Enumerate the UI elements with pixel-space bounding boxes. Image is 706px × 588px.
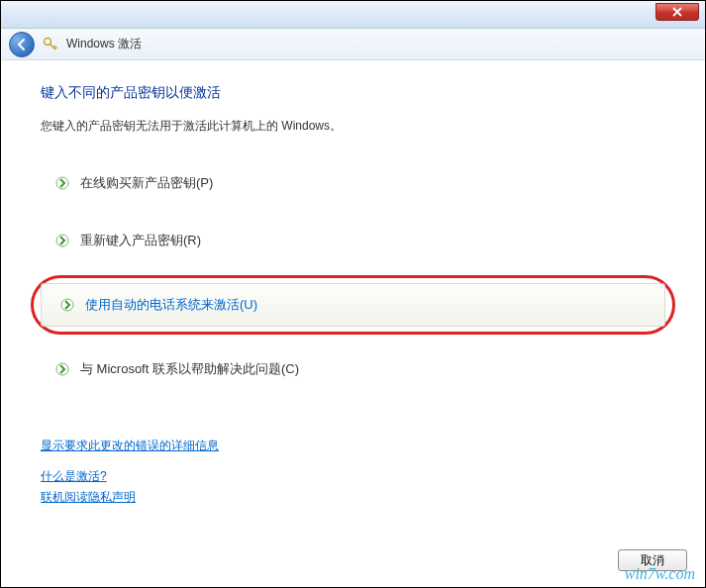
link-error-details[interactable]: 显示要求此更改的错误的详细信息	[41, 438, 219, 454]
page-heading: 键入不同的产品密钥以便激活	[41, 84, 665, 102]
links-section: 显示要求此更改的错误的详细信息 什么是激活? 联机阅读隐私声明	[41, 438, 665, 506]
content-area: 键入不同的产品密钥以便激活 您键入的产品密钥无法用于激活此计算机上的 Windo…	[1, 60, 705, 506]
option-reenter-key[interactable]: 重新键入产品密钥(R)	[41, 222, 665, 259]
option-label: 使用自动的电话系统来激活(U)	[85, 296, 257, 314]
cancel-button[interactable]: 取消	[618, 549, 687, 571]
svg-point-1	[56, 177, 68, 189]
option-list: 在线购买新产品密钥(P) 重新键入产品密钥(R) 使用自动的电话系统来激活(U)…	[41, 164, 665, 388]
arrow-right-icon	[54, 233, 70, 248]
option-label: 重新键入产品密钥(R)	[80, 232, 201, 249]
arrow-right-icon	[54, 361, 70, 377]
close-icon	[672, 7, 682, 17]
svg-point-0	[45, 38, 51, 45]
back-button[interactable]	[9, 32, 35, 57]
option-label: 与 Microsoft 联系以帮助解决此问题(C)	[80, 360, 299, 378]
option-phone-activation[interactable]: 使用自动的电话系统来激活(U)	[41, 283, 665, 327]
option-buy-key-online[interactable]: 在线购买新产品密钥(P)	[41, 164, 665, 202]
back-arrow-icon	[15, 38, 29, 51]
titlebar	[1, 1, 705, 29]
svg-point-4	[56, 363, 68, 375]
page-subtext: 您键入的产品密钥无法用于激活此计算机上的 Windows。	[41, 118, 665, 135]
option-contact-microsoft[interactable]: 与 Microsoft 联系以帮助解决此问题(C)	[41, 350, 665, 388]
link-privacy-statement[interactable]: 联机阅读隐私声明	[41, 489, 136, 506]
option-label: 在线购买新产品密钥(P)	[80, 174, 213, 192]
arrow-right-icon	[59, 297, 75, 313]
window-title: Windows 激活	[66, 36, 142, 52]
key-icon	[43, 37, 58, 52]
svg-point-3	[61, 299, 73, 311]
option-phone-activation-highlight: 使用自动的电话系统来激活(U)	[35, 283, 671, 327]
close-button[interactable]	[656, 3, 699, 21]
footer: 取消	[618, 549, 687, 571]
arrow-right-icon	[54, 175, 70, 191]
nav-header: Windows 激活	[1, 29, 705, 60]
link-what-is-activation[interactable]: 什么是激活?	[41, 468, 107, 485]
svg-point-2	[56, 235, 68, 246]
